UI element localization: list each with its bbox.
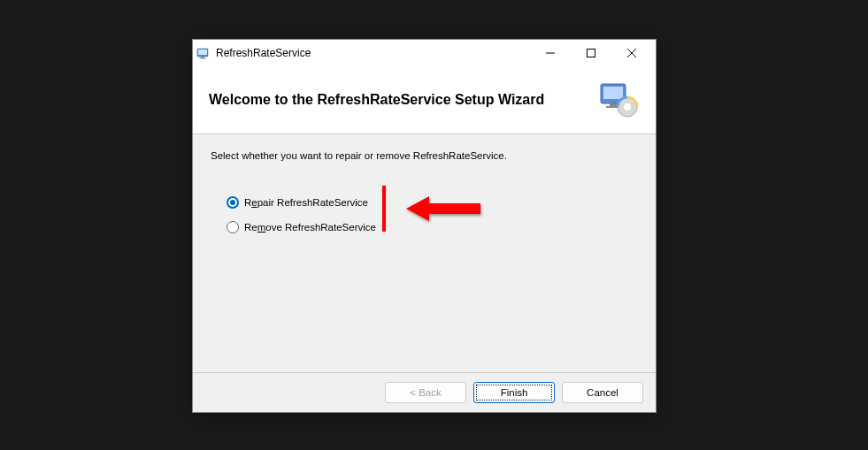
- svg-rect-9: [603, 87, 623, 99]
- svg-rect-5: [588, 50, 595, 57]
- annotation-bar: [382, 186, 386, 232]
- radio-input-remove[interactable]: [227, 221, 239, 233]
- titlebar: RefreshRateService: [193, 40, 656, 66]
- radio-remove[interactable]: Remove RefreshRateService: [227, 221, 638, 233]
- window-controls: [530, 40, 652, 66]
- close-button[interactable]: [611, 40, 652, 66]
- minimize-button[interactable]: [530, 40, 571, 66]
- wizard-footer: < Back Finish Cancel: [193, 372, 656, 412]
- radio-label-remove: Remove RefreshRateService: [244, 222, 376, 233]
- radio-label-repair: Repair RefreshRateService: [244, 197, 368, 208]
- radio-repair[interactable]: Repair RefreshRateService: [227, 196, 638, 209]
- wizard-content: Select whether you want to repair or rem…: [193, 134, 656, 372]
- titlebar-title: RefreshRateService: [216, 47, 530, 59]
- radio-input-repair[interactable]: [227, 196, 239, 209]
- setup-wizard-dialog: RefreshRateService Welcome to the Refres…: [192, 39, 657, 413]
- svg-rect-1: [198, 50, 207, 55]
- svg-rect-10: [610, 103, 617, 106]
- finish-button[interactable]: Finish: [473, 382, 555, 403]
- options-group: Repair RefreshRateService Remove Refresh…: [211, 196, 638, 233]
- instruction-text: Select whether you want to repair or rem…: [211, 150, 638, 161]
- cancel-button[interactable]: Cancel: [562, 382, 643, 403]
- wizard-title: Welcome to the RefreshRateService Setup …: [209, 92, 544, 108]
- svg-point-13: [624, 103, 631, 111]
- app-icon: [196, 46, 211, 60]
- installer-icon: [597, 79, 640, 121]
- wizard-header: Welcome to the RefreshRateService Setup …: [193, 66, 656, 134]
- back-button: < Back: [385, 382, 466, 403]
- maximize-button[interactable]: [571, 40, 611, 66]
- svg-rect-2: [201, 57, 204, 58]
- svg-rect-3: [200, 58, 206, 59]
